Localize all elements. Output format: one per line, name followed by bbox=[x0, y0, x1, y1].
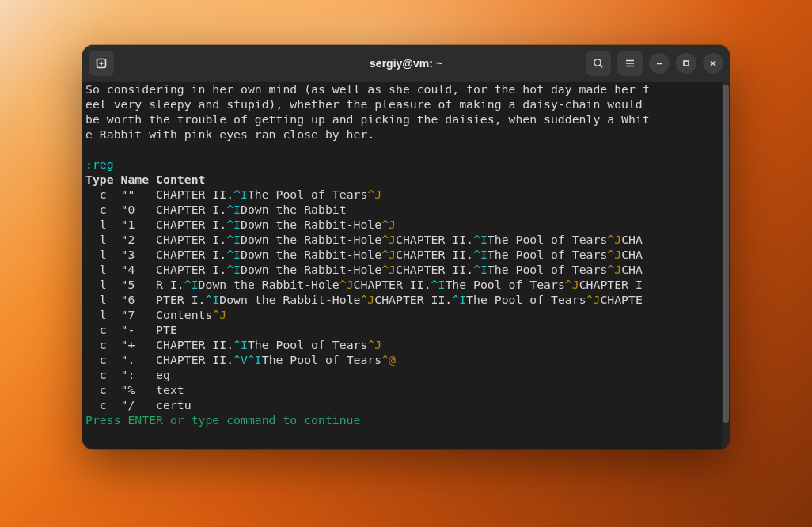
register-row: c ": eg bbox=[85, 368, 170, 381]
menu-button[interactable] bbox=[617, 51, 643, 76]
register-row: c ". CHAPTER II.^V^IThe Pool of Tears^@ bbox=[85, 353, 396, 366]
body-text: So considering in her own mind (as well … bbox=[85, 82, 650, 141]
register-row: l "4 CHAPTER I.^IDown the Rabbit-Hole^JC… bbox=[85, 263, 643, 276]
search-button[interactable] bbox=[586, 51, 611, 76]
register-row: c "- PTE bbox=[85, 323, 177, 336]
minimize-button[interactable] bbox=[649, 53, 670, 74]
svg-point-1 bbox=[594, 59, 601, 66]
scrollbar[interactable] bbox=[722, 82, 730, 449]
maximize-button[interactable] bbox=[676, 53, 696, 74]
reg-command: :reg bbox=[85, 157, 114, 171]
register-row: l "5 R I.^IDown the Rabbit-Hole^JCHAPTER… bbox=[85, 278, 643, 291]
register-row: l "1 CHAPTER I.^IDown the Rabbit-Hole^J bbox=[85, 218, 396, 231]
terminal-text[interactable]: So considering in her own mind (as well … bbox=[82, 82, 730, 449]
close-button[interactable] bbox=[703, 53, 723, 74]
scrollbar-thumb[interactable] bbox=[723, 85, 729, 423]
press-enter-prompt: Press ENTER or type command to continue bbox=[85, 413, 360, 427]
svg-rect-2 bbox=[684, 61, 689, 66]
register-row: c "% text bbox=[85, 383, 184, 396]
terminal-window: sergiy@vm: ~ bbox=[82, 45, 730, 449]
new-tab-button[interactable] bbox=[89, 51, 114, 76]
titlebar-left bbox=[89, 51, 114, 76]
titlebar: sergiy@vm: ~ bbox=[82, 45, 730, 82]
register-row: c "" CHAPTER II.^IThe Pool of Tears^J bbox=[85, 188, 381, 201]
register-row: c "0 CHAPTER I.^IDown the Rabbit bbox=[85, 203, 347, 216]
terminal-body[interactable]: So considering in her own mind (as well … bbox=[82, 82, 730, 449]
register-row: l "6 PTER I.^IDown the Rabbit-Hole^JCHAP… bbox=[85, 293, 643, 306]
register-row: l "3 CHAPTER I.^IDown the Rabbit-Hole^JC… bbox=[85, 248, 643, 261]
register-row: c "+ CHAPTER II.^IThe Pool of Tears^J bbox=[85, 338, 381, 351]
register-row: l "2 CHAPTER I.^IDown the Rabbit-Hole^JC… bbox=[85, 233, 643, 246]
register-row: c "/ certu bbox=[85, 398, 192, 411]
reg-header: Type Name Content bbox=[85, 173, 205, 186]
register-row: l "7 Contents^J bbox=[85, 308, 226, 321]
titlebar-right bbox=[586, 51, 723, 76]
